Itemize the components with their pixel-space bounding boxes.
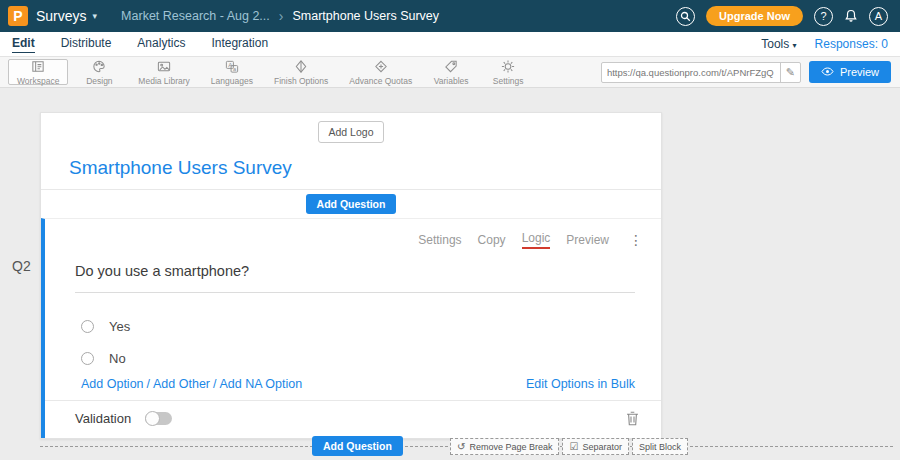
logo-letter: P <box>13 8 22 24</box>
question-text-input[interactable]: Do you use a smartphone? <box>75 263 635 293</box>
help-icon[interactable]: ? <box>814 7 833 26</box>
validation-row: Validation <box>45 401 661 438</box>
survey-header: Add Logo Smartphone Users Survey <box>41 113 661 179</box>
toolbar-item-workspace[interactable]: Workspace <box>8 59 68 85</box>
tools-label: Tools <box>761 37 789 51</box>
separator-checkbox-icon: ☑ <box>569 441 578 452</box>
search-icon[interactable] <box>676 7 695 26</box>
chevron-down-icon: ▾ <box>93 11 98 21</box>
toolbar-item-label: Advance Quotas <box>349 76 412 86</box>
toolbar-item-languages[interactable]: Aa Languages <box>203 57 261 87</box>
svg-text:a: a <box>233 66 237 72</box>
toolbar-item-label: Finish Options <box>274 76 328 86</box>
survey-url-box: ✎ <box>601 62 801 83</box>
eye-icon <box>821 66 834 78</box>
toolbar-item-finish-options[interactable]: Finish Options <box>266 57 336 87</box>
link-separator: / <box>213 377 216 391</box>
preview-label: Preview <box>840 66 879 78</box>
trash-icon[interactable] <box>626 411 639 426</box>
question-copy-link[interactable]: Copy <box>478 233 506 247</box>
page-break-controls: ↺ Remove Page Break ☑ Separator Split Bl… <box>450 438 688 455</box>
breadcrumb-chevron-icon: › <box>279 8 284 24</box>
toolbar-item-label: Languages <box>211 76 253 86</box>
tools-dropdown[interactable]: Tools ▾ <box>761 37 796 51</box>
breadcrumb: Market Research - Aug 2... › Smartphone … <box>111 8 439 24</box>
question-action-bar: Settings Copy Logic Preview ⋮ <box>45 219 661 249</box>
toolbar-item-label: Settings <box>493 76 524 86</box>
split-block-button[interactable]: Split Block <box>632 438 688 455</box>
remove-page-break-icon: ↺ <box>457 441 465 452</box>
toolbar-item-design[interactable]: Design <box>73 57 125 87</box>
split-block-label: Split Block <box>639 442 681 452</box>
palette-icon <box>91 59 107 74</box>
upgrade-now-button[interactable]: Upgrade Now <box>706 6 803 26</box>
add-question-row-top: Add Question <box>41 189 661 218</box>
option-row-yes: Yes <box>81 319 661 333</box>
edit-options-bulk-link[interactable]: Edit Options in Bulk <box>526 377 635 392</box>
questionpro-logo[interactable]: P <box>8 6 28 26</box>
radio-button[interactable] <box>81 320 94 333</box>
survey-editor-content: Q2 Add Logo Smartphone Users Survey Add … <box>0 88 900 460</box>
surveys-label: Surveys <box>36 8 87 24</box>
option-row-no: No <box>81 351 661 365</box>
tag-icon <box>443 59 459 74</box>
question-logic-link[interactable]: Logic <box>522 231 551 249</box>
toggle-knob <box>145 411 160 426</box>
add-other-link[interactable]: Add Other <box>153 377 210 391</box>
survey-card: Add Logo Smartphone Users Survey Add Que… <box>40 112 662 439</box>
toolbar-item-label: Media Library <box>138 76 190 86</box>
main-nav: Edit Distribute Analytics Integration To… <box>0 32 900 57</box>
responses-count-link[interactable]: Responses: 0 <box>815 37 888 51</box>
edit-url-pencil-icon[interactable]: ✎ <box>780 63 800 82</box>
question-block: Settings Copy Logic Preview ⋮ Do you use… <box>41 218 661 438</box>
link-separator: / <box>147 377 150 391</box>
user-avatar[interactable]: A <box>869 7 888 26</box>
question-preview-link[interactable]: Preview <box>566 233 609 247</box>
add-question-button-bottom[interactable]: Add Question <box>312 436 403 456</box>
validation-toggle[interactable] <box>145 412 172 425</box>
editor-toolbar: Workspace Design Media Library Aa Langua… <box>0 57 900 88</box>
surveys-dropdown[interactable]: Surveys ▾ <box>28 0 111 32</box>
remove-page-break-button[interactable]: ↺ Remove Page Break <box>450 438 559 455</box>
gear-icon <box>500 59 516 74</box>
option-label[interactable]: No <box>109 351 126 366</box>
kebab-menu-icon[interactable]: ⋮ <box>629 233 643 247</box>
separator-button[interactable]: ☑ Separator <box>562 438 629 455</box>
option-label[interactable]: Yes <box>109 319 130 334</box>
question-settings-link[interactable]: Settings <box>418 233 461 247</box>
breadcrumb-survey-name[interactable]: Smartphone Users Survey <box>292 9 439 23</box>
add-na-option-link[interactable]: Add NA Option <box>220 377 303 391</box>
tab-distribute[interactable]: Distribute <box>61 36 112 52</box>
toolbar-item-media-library[interactable]: Media Library <box>130 57 198 87</box>
toolbar-item-label: Design <box>86 76 112 86</box>
question-number: Q2 <box>12 258 31 274</box>
toolbar-item-variables[interactable]: Variables <box>425 57 477 87</box>
nav-right: Tools ▾ Responses: 0 <box>761 37 900 51</box>
toolbar-item-settings[interactable]: Settings <box>482 57 534 87</box>
radio-button[interactable] <box>81 352 94 365</box>
add-option-links: Add Option/Add Other/Add NA Option <box>81 377 302 392</box>
survey-url-input[interactable] <box>602 63 780 82</box>
toolbar-item-label: Workspace <box>17 76 59 86</box>
topbar-actions: Upgrade Now ? A <box>676 6 900 26</box>
quota-diamond-icon <box>373 59 389 74</box>
top-bar: P Surveys ▾ Market Research - Aug 2... ›… <box>0 0 900 32</box>
tab-analytics[interactable]: Analytics <box>137 36 185 52</box>
option-links-row: Add Option/Add Other/Add NA Option Edit … <box>81 377 635 392</box>
breadcrumb-folder[interactable]: Market Research - Aug 2... <box>121 9 270 23</box>
tab-integration[interactable]: Integration <box>211 36 268 52</box>
notifications-bell-icon[interactable] <box>844 9 858 23</box>
tab-edit[interactable]: Edit <box>12 36 35 53</box>
survey-title[interactable]: Smartphone Users Survey <box>69 157 661 179</box>
page-break-line: Add Question ↺ Remove Page Break ☑ Separ… <box>40 446 893 447</box>
add-logo-button[interactable]: Add Logo <box>318 121 385 143</box>
validation-label: Validation <box>75 411 131 426</box>
add-question-button-top[interactable]: Add Question <box>306 194 397 214</box>
translate-icon: Aa <box>224 59 240 74</box>
preview-button[interactable]: Preview <box>809 61 891 83</box>
toolbar-item-advance-quotas[interactable]: Advance Quotas <box>341 57 420 87</box>
add-option-link[interactable]: Add Option <box>81 377 144 391</box>
finish-flag-icon <box>293 59 309 74</box>
toolbar-right: ✎ Preview <box>601 57 900 87</box>
chevron-down-icon: ▾ <box>793 41 797 50</box>
